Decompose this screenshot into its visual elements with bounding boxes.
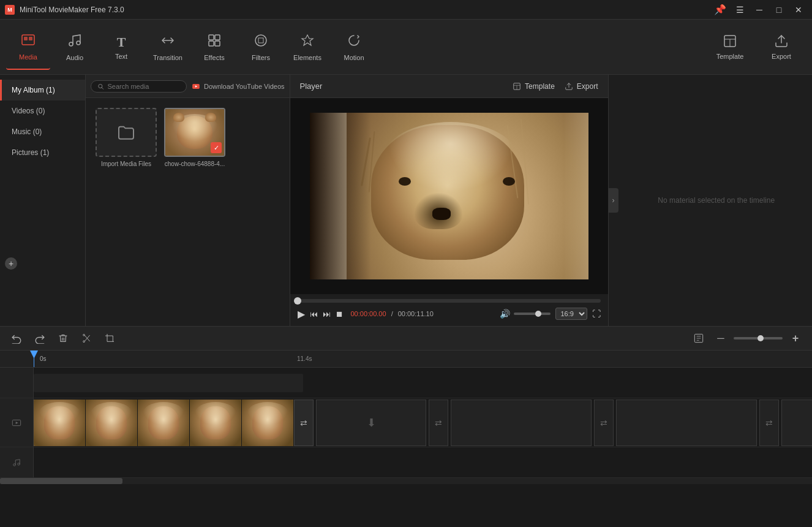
undo-button[interactable] xyxy=(7,329,26,347)
track-label-add: + xyxy=(0,368,34,398)
toolbar-item-effects[interactable]: Effects xyxy=(192,24,236,70)
zoom-in-button[interactable]: + xyxy=(786,329,805,347)
import-media-item[interactable]: Import Media Files xyxy=(96,108,157,167)
sidebar-item-music[interactable]: Music (0) xyxy=(0,121,85,142)
search-input[interactable] xyxy=(108,83,180,90)
toolbar-item-transition[interactable]: Transition xyxy=(146,24,190,70)
template-header-icon xyxy=(513,82,521,91)
ruler-mark-11s: 11.4s xyxy=(297,355,312,362)
motion-icon xyxy=(347,33,361,51)
empty-slot-2[interactable] xyxy=(451,400,592,446)
toolbar-item-text[interactable]: T Text xyxy=(99,24,143,70)
menu-button[interactable]: ☰ xyxy=(731,3,748,17)
player-header-right: Template Export xyxy=(513,82,598,91)
title-bar-left: M MiniTool MovieMaker Free 7.3.0 xyxy=(5,5,124,15)
volume-slider[interactable] xyxy=(514,313,551,315)
video-strip[interactable] xyxy=(34,400,294,446)
pin-button[interactable]: 📌 xyxy=(712,3,729,17)
panel-toggle[interactable]: › xyxy=(609,188,618,213)
player-controls: ▶ ⏮ ⏭ ⏹ 00:00:00.00 / 00:00:11.10 🔊 16:9 xyxy=(290,294,608,326)
transition-slot-4[interactable]: ⇄ xyxy=(759,400,779,446)
transition-slot-1[interactable]: ⇄ xyxy=(294,400,314,446)
empty-slot-1[interactable]: ⬇ xyxy=(316,400,426,446)
template-icon xyxy=(723,34,737,50)
player-area: Player Template xyxy=(290,75,609,326)
stop-button[interactable]: ⏹ xyxy=(336,309,344,319)
search-input-wrap[interactable] xyxy=(91,80,187,93)
empty-slot-4[interactable] xyxy=(781,400,812,446)
chow-chow-item[interactable]: ✓ chow-chow-64888-4... xyxy=(164,108,225,167)
app-title: MiniTool MovieMaker Free 7.3.0 xyxy=(20,6,124,14)
empty-slot-3[interactable] xyxy=(616,400,757,446)
youtube-icon xyxy=(192,82,200,91)
zoom-slider[interactable] xyxy=(734,337,783,339)
toolbar-item-elements[interactable]: Elements xyxy=(285,24,329,70)
progress-thumb[interactable] xyxy=(294,297,301,305)
download-label: Download YouTube Videos xyxy=(204,83,285,90)
toolbar-item-filters[interactable]: Filters xyxy=(239,24,283,70)
video-frame-4 xyxy=(190,400,242,446)
timeline-scrollbar[interactable] xyxy=(0,478,812,484)
media-grid: Import Media Files ✓ xyxy=(86,98,290,177)
redo-button[interactable] xyxy=(31,329,49,347)
media-icon xyxy=(21,32,36,51)
export-header-icon xyxy=(565,82,573,91)
maximize-button[interactable]: □ xyxy=(770,3,788,17)
cut-button[interactable] xyxy=(77,329,96,347)
undo-icon xyxy=(11,333,22,344)
import-thumb[interactable] xyxy=(96,108,157,157)
toolbar-item-motion[interactable]: Motion xyxy=(332,24,376,70)
transition-slot-3[interactable]: ⇄ xyxy=(594,400,614,446)
scrollbar-thumb[interactable] xyxy=(0,478,122,484)
sidebar-item-pictures[interactable]: Pictures (1) xyxy=(0,142,85,163)
volume-button[interactable]: 🔊 xyxy=(500,309,510,319)
sidebar-item-videos[interactable]: Videos (0) xyxy=(0,100,85,121)
timeline-ruler: 0s 11.4s xyxy=(0,351,812,368)
video-frame-1 xyxy=(34,400,86,446)
video-track-icon xyxy=(12,418,21,428)
app-container: M MiniTool MovieMaker Free 7.3.0 📌 ☰ ─ □… xyxy=(0,0,812,527)
download-youtube-button[interactable]: Download YouTube Videos xyxy=(192,82,285,91)
progress-bar[interactable] xyxy=(298,299,601,303)
crop-button[interactable] xyxy=(100,329,119,347)
transition-icon xyxy=(160,33,175,51)
export-button[interactable]: Export xyxy=(757,24,806,70)
zoom-icon-button[interactable] xyxy=(690,329,708,347)
zoom-out-button[interactable]: ─ xyxy=(712,329,730,347)
export-header-button[interactable]: Export xyxy=(565,82,598,91)
title-bar-right: 📌 ☰ ─ □ ✕ xyxy=(712,3,807,17)
play-button[interactable]: ▶ xyxy=(298,308,305,320)
svg-rect-6 xyxy=(209,35,214,40)
toolbar-item-audio[interactable]: Audio xyxy=(53,24,97,70)
transition-slot-2[interactable]: ⇄ xyxy=(429,400,448,446)
aspect-ratio-select[interactable]: 16:9 4:3 1:1 9:16 xyxy=(555,308,587,320)
svg-rect-1 xyxy=(24,37,28,40)
timeline-controls: ─ + xyxy=(0,326,812,351)
fullscreen-button[interactable]: ⛶ xyxy=(592,309,601,319)
template-label: Template xyxy=(716,53,744,60)
template-button[interactable]: Template xyxy=(705,24,754,70)
video-track-content: ⇄ ⬇ ⇄ ⇄ ⇄ xyxy=(34,398,812,447)
template-header-button[interactable]: Template xyxy=(513,82,555,91)
svg-rect-9 xyxy=(215,41,220,46)
minimize-button[interactable]: ─ xyxy=(751,3,768,17)
next-frame-button[interactable]: ⏭ xyxy=(323,309,331,319)
audio-track-content xyxy=(34,447,812,477)
svg-rect-7 xyxy=(215,35,220,40)
toolbar-item-media[interactable]: Media xyxy=(6,24,50,70)
selected-check: ✓ xyxy=(211,142,222,153)
controls-row: ▶ ⏮ ⏭ ⏹ 00:00:00.00 / 00:00:11.10 🔊 16:9 xyxy=(298,308,601,320)
sidebar-item-my-album[interactable]: My Album (1) xyxy=(0,80,85,100)
delete-button[interactable] xyxy=(54,329,72,347)
toolbar: Media Audio T Text xyxy=(0,20,812,75)
effects-icon xyxy=(207,33,222,51)
chow-chow-thumb[interactable]: ✓ xyxy=(164,108,225,157)
svg-rect-8 xyxy=(209,41,214,46)
prev-frame-button[interactable]: ⏮ xyxy=(310,309,318,319)
current-time: 00:00:00.00 xyxy=(351,310,386,317)
export-label: Export xyxy=(772,53,791,60)
content-area: My Album (1) Videos (0) Music (0) Pictur… xyxy=(0,75,812,326)
close-button[interactable]: ✕ xyxy=(790,3,807,17)
svg-point-10 xyxy=(255,35,266,46)
export-header-label: Export xyxy=(577,82,598,91)
